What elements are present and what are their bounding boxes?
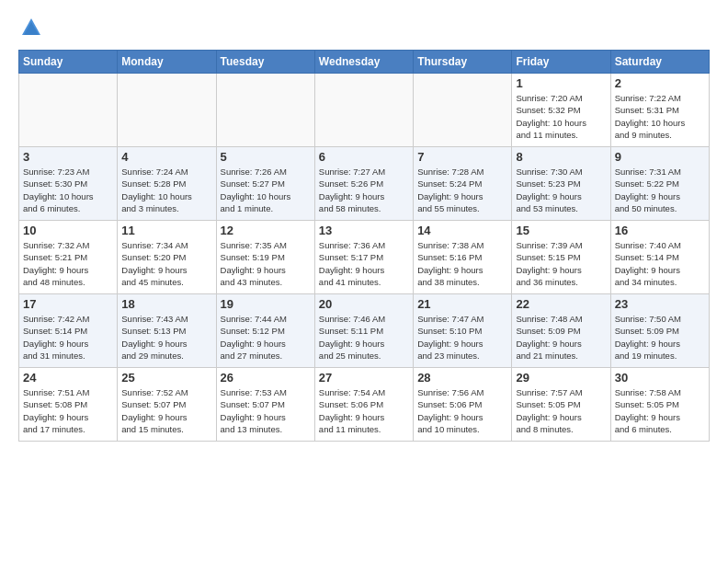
day-number: 23: [615, 297, 705, 311]
day-info: Sunrise: 7:42 AM Sunset: 5:14 PM Dayligh…: [23, 313, 113, 362]
day-cell: [19, 74, 118, 147]
day-cell: 30Sunrise: 7:58 AM Sunset: 5:05 PM Dayli…: [610, 368, 709, 442]
day-cell: 13Sunrise: 7:36 AM Sunset: 5:17 PM Dayli…: [314, 221, 413, 294]
page: SundayMondayTuesdayWednesdayThursdayFrid…: [0, 0, 728, 451]
day-cell: 8Sunrise: 7:30 AM Sunset: 5:23 PM Daylig…: [512, 147, 610, 221]
day-cell: 1Sunrise: 7:20 AM Sunset: 5:32 PM Daylig…: [512, 74, 610, 147]
day-number: 22: [516, 297, 606, 311]
day-number: 15: [516, 224, 606, 237]
day-number: 11: [121, 224, 211, 237]
weekday-header-sunday: Sunday: [19, 51, 118, 74]
day-number: 21: [417, 297, 507, 311]
day-info: Sunrise: 7:26 AM Sunset: 5:27 PM Dayligh…: [221, 166, 311, 214]
day-info: Sunrise: 7:43 AM Sunset: 5:13 PM Dayligh…: [121, 313, 211, 362]
week-row-5: 24Sunrise: 7:51 AM Sunset: 5:08 PM Dayli…: [19, 368, 710, 442]
day-info: Sunrise: 7:20 AM Sunset: 5:32 PM Dayligh…: [516, 92, 606, 141]
day-cell: 2Sunrise: 7:22 AM Sunset: 5:31 PM Daylig…: [610, 74, 709, 147]
week-row-1: 1Sunrise: 7:20 AM Sunset: 5:32 PM Daylig…: [19, 74, 710, 147]
day-cell: 23Sunrise: 7:50 AM Sunset: 5:09 PM Dayli…: [610, 294, 709, 368]
day-number: 5: [221, 150, 311, 164]
day-info: Sunrise: 7:22 AM Sunset: 5:31 PM Dayligh…: [615, 92, 705, 141]
day-cell: 29Sunrise: 7:57 AM Sunset: 5:05 PM Dayli…: [512, 368, 610, 442]
day-number: 2: [615, 76, 705, 90]
day-cell: 9Sunrise: 7:31 AM Sunset: 5:22 PM Daylig…: [610, 147, 709, 221]
day-number: 9: [615, 150, 705, 164]
day-cell: 18Sunrise: 7:43 AM Sunset: 5:13 PM Dayli…: [118, 294, 216, 368]
day-number: 4: [121, 150, 211, 164]
day-cell: 15Sunrise: 7:39 AM Sunset: 5:15 PM Dayli…: [512, 221, 610, 294]
weekday-header-wednesday: Wednesday: [314, 51, 413, 74]
day-cell: 14Sunrise: 7:38 AM Sunset: 5:16 PM Dayli…: [414, 221, 512, 294]
day-number: 29: [516, 371, 606, 385]
weekday-header-tuesday: Tuesday: [216, 51, 314, 74]
day-number: 7: [417, 150, 507, 164]
day-info: Sunrise: 7:32 AM Sunset: 5:21 PM Dayligh…: [23, 239, 113, 288]
day-cell: 11Sunrise: 7:34 AM Sunset: 5:20 PM Dayli…: [118, 221, 216, 294]
day-number: 14: [417, 224, 507, 237]
day-number: 28: [417, 371, 507, 385]
day-cell: 3Sunrise: 7:23 AM Sunset: 5:30 PM Daylig…: [19, 147, 118, 221]
day-info: Sunrise: 7:56 AM Sunset: 5:06 PM Dayligh…: [417, 386, 507, 435]
weekday-header-monday: Monday: [118, 51, 216, 74]
day-cell: 10Sunrise: 7:32 AM Sunset: 5:21 PM Dayli…: [19, 221, 118, 294]
logo: [18, 15, 48, 40]
day-info: Sunrise: 7:40 AM Sunset: 5:14 PM Dayligh…: [615, 239, 705, 288]
day-cell: 6Sunrise: 7:27 AM Sunset: 5:26 PM Daylig…: [314, 147, 413, 221]
logo-icon: [18, 15, 44, 40]
day-info: Sunrise: 7:44 AM Sunset: 5:12 PM Dayligh…: [221, 313, 311, 362]
day-info: Sunrise: 7:57 AM Sunset: 5:05 PM Dayligh…: [516, 386, 606, 435]
day-info: Sunrise: 7:53 AM Sunset: 5:07 PM Dayligh…: [221, 386, 311, 435]
week-row-4: 17Sunrise: 7:42 AM Sunset: 5:14 PM Dayli…: [19, 294, 710, 368]
day-number: 12: [221, 224, 311, 237]
day-info: Sunrise: 7:50 AM Sunset: 5:09 PM Dayligh…: [615, 313, 705, 362]
day-cell: 7Sunrise: 7:28 AM Sunset: 5:24 PM Daylig…: [414, 147, 512, 221]
day-info: Sunrise: 7:35 AM Sunset: 5:19 PM Dayligh…: [221, 239, 311, 288]
day-cell: 5Sunrise: 7:26 AM Sunset: 5:27 PM Daylig…: [216, 147, 314, 221]
day-number: 17: [23, 297, 113, 311]
day-cell: [414, 74, 512, 147]
day-info: Sunrise: 7:38 AM Sunset: 5:16 PM Dayligh…: [417, 239, 507, 288]
day-cell: 17Sunrise: 7:42 AM Sunset: 5:14 PM Dayli…: [19, 294, 118, 368]
day-info: Sunrise: 7:52 AM Sunset: 5:07 PM Dayligh…: [121, 386, 211, 435]
weekday-header-row: SundayMondayTuesdayWednesdayThursdayFrid…: [19, 51, 710, 74]
day-number: 18: [121, 297, 211, 311]
day-info: Sunrise: 7:58 AM Sunset: 5:05 PM Dayligh…: [615, 386, 705, 435]
day-info: Sunrise: 7:36 AM Sunset: 5:17 PM Dayligh…: [319, 239, 409, 288]
day-info: Sunrise: 7:31 AM Sunset: 5:22 PM Dayligh…: [615, 166, 705, 214]
day-info: Sunrise: 7:27 AM Sunset: 5:26 PM Dayligh…: [319, 166, 409, 214]
week-row-2: 3Sunrise: 7:23 AM Sunset: 5:30 PM Daylig…: [19, 147, 710, 221]
day-number: 24: [23, 371, 113, 385]
day-cell: [216, 74, 314, 147]
day-info: Sunrise: 7:51 AM Sunset: 5:08 PM Dayligh…: [23, 386, 113, 435]
day-number: 3: [23, 150, 113, 164]
day-info: Sunrise: 7:47 AM Sunset: 5:10 PM Dayligh…: [417, 313, 507, 362]
day-cell: 27Sunrise: 7:54 AM Sunset: 5:06 PM Dayli…: [314, 368, 413, 442]
day-info: Sunrise: 7:30 AM Sunset: 5:23 PM Dayligh…: [516, 166, 606, 214]
day-info: Sunrise: 7:34 AM Sunset: 5:20 PM Dayligh…: [121, 239, 211, 288]
day-cell: 24Sunrise: 7:51 AM Sunset: 5:08 PM Dayli…: [19, 368, 118, 442]
day-info: Sunrise: 7:48 AM Sunset: 5:09 PM Dayligh…: [516, 313, 606, 362]
day-info: Sunrise: 7:46 AM Sunset: 5:11 PM Dayligh…: [319, 313, 409, 362]
weekday-header-thursday: Thursday: [414, 51, 512, 74]
header: [18, 15, 710, 40]
week-row-3: 10Sunrise: 7:32 AM Sunset: 5:21 PM Dayli…: [19, 221, 710, 294]
day-cell: 22Sunrise: 7:48 AM Sunset: 5:09 PM Dayli…: [512, 294, 610, 368]
day-cell: 26Sunrise: 7:53 AM Sunset: 5:07 PM Dayli…: [216, 368, 314, 442]
day-cell: 20Sunrise: 7:46 AM Sunset: 5:11 PM Dayli…: [314, 294, 413, 368]
day-info: Sunrise: 7:23 AM Sunset: 5:30 PM Dayligh…: [23, 166, 113, 214]
day-cell: 4Sunrise: 7:24 AM Sunset: 5:28 PM Daylig…: [118, 147, 216, 221]
calendar-table: SundayMondayTuesdayWednesdayThursdayFrid…: [18, 50, 710, 442]
day-number: 13: [319, 224, 409, 237]
day-number: 1: [516, 76, 606, 90]
day-info: Sunrise: 7:39 AM Sunset: 5:15 PM Dayligh…: [516, 239, 606, 288]
day-cell: [314, 74, 413, 147]
day-number: 16: [615, 224, 705, 237]
day-number: 27: [319, 371, 409, 385]
day-number: 19: [221, 297, 311, 311]
day-cell: 28Sunrise: 7:56 AM Sunset: 5:06 PM Dayli…: [414, 368, 512, 442]
day-cell: 19Sunrise: 7:44 AM Sunset: 5:12 PM Dayli…: [216, 294, 314, 368]
day-number: 20: [319, 297, 409, 311]
day-cell: 21Sunrise: 7:47 AM Sunset: 5:10 PM Dayli…: [414, 294, 512, 368]
day-cell: 25Sunrise: 7:52 AM Sunset: 5:07 PM Dayli…: [118, 368, 216, 442]
weekday-header-friday: Friday: [512, 51, 610, 74]
